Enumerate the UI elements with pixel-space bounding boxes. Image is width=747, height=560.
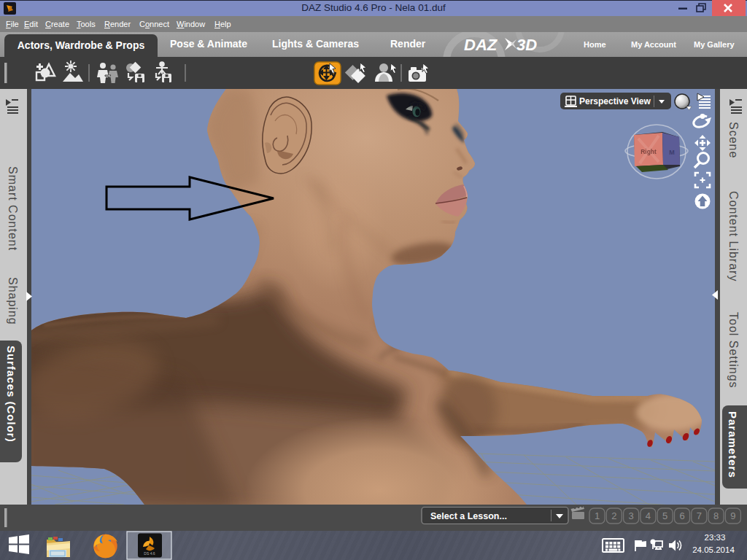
svg-text:23:33: 23:33: [705, 533, 726, 542]
svg-text:DAZ: DAZ: [464, 36, 498, 54]
svg-text:1: 1: [595, 510, 600, 521]
svg-text:Select a Lesson...: Select a Lesson...: [430, 511, 507, 521]
svg-text:6: 6: [679, 510, 684, 521]
svg-text:Perspective View: Perspective View: [579, 96, 651, 106]
svg-text:4: 4: [646, 510, 651, 521]
svg-text:3: 3: [628, 510, 633, 521]
svg-text:24.05.2014: 24.05.2014: [692, 545, 735, 554]
svg-text:8: 8: [713, 510, 719, 521]
svg-text:9: 9: [730, 510, 735, 521]
svg-text:M: M: [669, 149, 675, 156]
svg-text:DS 4.6: DS 4.6: [144, 551, 155, 556]
svg-text:Right: Right: [640, 148, 657, 155]
svg-text:5: 5: [662, 510, 667, 521]
svg-text:2: 2: [611, 510, 616, 521]
svg-text:3D: 3D: [516, 36, 537, 54]
svg-text:7: 7: [697, 510, 702, 521]
